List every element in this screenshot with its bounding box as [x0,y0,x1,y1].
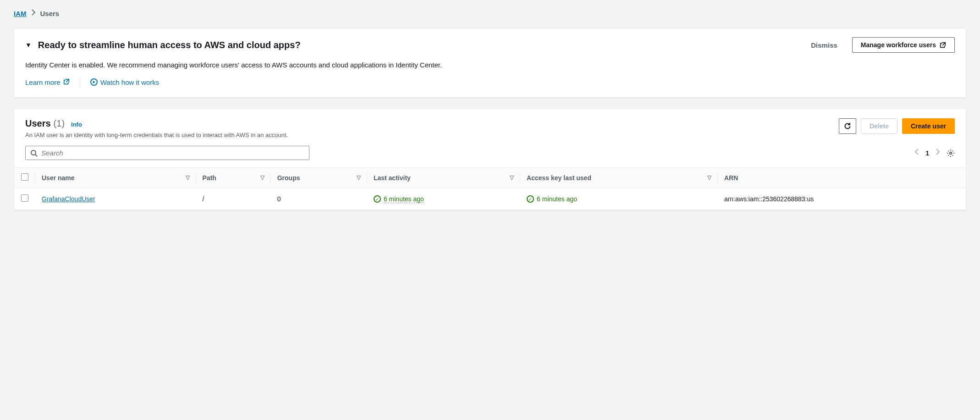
users-count: (1) [54,118,65,129]
play-circle-icon [90,78,98,86]
access-key-text: 6 minutes ago [537,195,577,203]
identity-center-banner: ▼ Ready to streamline human access to AW… [14,28,966,98]
settings-button[interactable] [947,149,955,157]
sort-icon: ▽ [357,174,361,181]
watch-how-it-works-link[interactable]: Watch how it works [90,78,160,86]
sort-icon: ▽ [707,174,711,181]
search-icon [30,149,38,157]
refresh-button[interactable] [839,118,856,134]
chevron-right-icon [31,9,36,17]
access-key-last-used: ✓ 6 minutes ago [527,195,577,203]
dismiss-button[interactable]: Dismiss [811,41,837,49]
col-groups[interactable]: Groups▽ [271,168,367,188]
breadcrumb-current: Users [40,10,60,17]
watch-label: Watch how it works [100,78,160,86]
col-user-name[interactable]: User name▽ [35,168,196,188]
last-activity: ✓ 6 minutes ago [374,195,424,203]
pagination: 1 [914,148,955,158]
table-row: GrafanaCloudUser / 0 ✓ 6 minutes ago ✓ 6… [14,188,966,210]
users-table: User name▽ Path▽ Groups▽ Last activity▽ … [14,167,966,210]
col-path[interactable]: Path▽ [196,168,271,188]
checkbox-icon[interactable] [21,173,28,181]
learn-more-link[interactable]: Learn more [25,78,70,86]
banner-body-text: Identity Center is enabled. We recommend… [25,61,955,69]
caret-down-icon[interactable]: ▼ [25,41,32,49]
select-all-header[interactable] [14,168,35,188]
sort-icon: ▽ [260,174,264,181]
external-link-icon [940,42,946,48]
create-user-button[interactable]: Create user [902,118,955,134]
page-number: 1 [925,149,929,157]
learn-more-label: Learn more [25,78,61,86]
banner-title: Ready to streamline human access to AWS … [38,40,804,50]
users-description: An IAM user is an identity with long-ter… [25,132,839,138]
divider [80,77,80,87]
page-next-button[interactable] [936,148,940,158]
delete-button: Delete [861,118,897,134]
check-circle-icon: ✓ [374,195,381,203]
manage-workforce-label: Manage workforce users [861,41,936,49]
search-input-wrapper[interactable] [25,146,309,160]
users-panel: Users (1) Info An IAM user is an identit… [14,109,966,210]
search-input[interactable] [41,149,304,157]
sort-icon: ▽ [510,174,514,181]
last-activity-text: 6 minutes ago [384,195,424,203]
cell-groups: 0 [271,188,367,210]
cell-path: / [196,188,271,210]
info-link[interactable]: Info [71,121,82,128]
manage-workforce-users-button[interactable]: Manage workforce users [852,37,955,53]
sort-icon: ▽ [186,174,190,181]
svg-point-2 [950,152,952,154]
users-title-text: Users [25,118,51,129]
cell-arn: arn:aws:iam::253602268883:us [718,188,966,210]
breadcrumb-root-link[interactable]: IAM [14,10,27,17]
col-access-key[interactable]: Access key last used▽ [520,168,718,188]
col-last-activity[interactable]: Last activity▽ [367,168,520,188]
breadcrumb: IAM Users [14,9,966,17]
check-circle-icon: ✓ [527,195,534,203]
row-checkbox[interactable] [21,194,28,202]
refresh-icon [844,122,851,130]
external-link-icon [63,78,70,86]
col-arn[interactable]: ARN [718,168,966,188]
page-prev-button[interactable] [914,148,919,158]
users-title: Users (1) Info [25,118,82,129]
user-name-link[interactable]: GrafanaCloudUser [42,195,95,203]
svg-point-1 [31,150,36,155]
